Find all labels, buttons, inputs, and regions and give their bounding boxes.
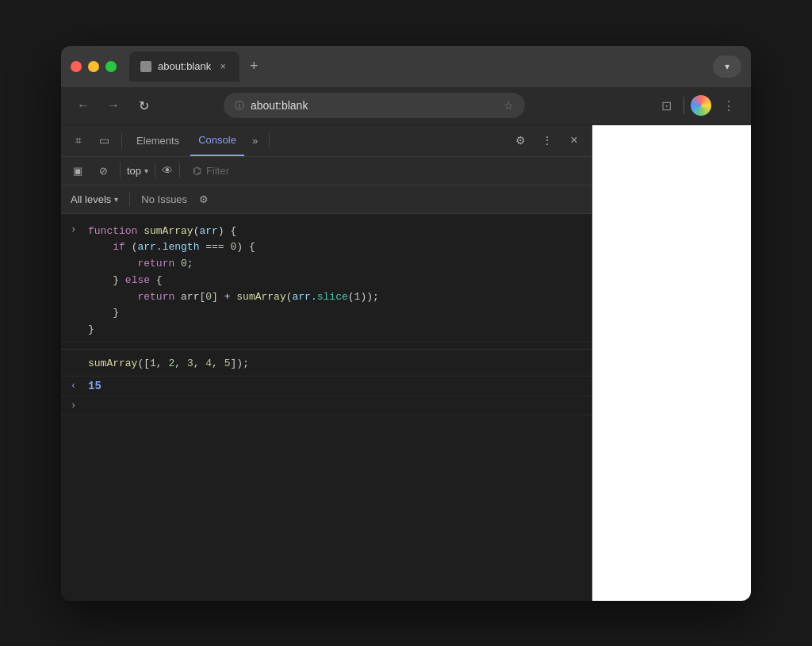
filter-label: Filter <box>206 165 229 177</box>
context-selector[interactable]: top ▾ <box>127 165 148 177</box>
code-arg-1: 1 <box>150 357 156 369</box>
gear-icon: ⚙ <box>515 134 526 147</box>
more-tabs-button[interactable]: » <box>247 132 262 150</box>
console-levels-bar: All levels ▾ No Issues ⚙ <box>61 185 592 214</box>
console-entry-function: › function sumArray(arr) { if (arr.lengt… <box>61 220 592 343</box>
code-brace-close-2: } <box>88 323 94 335</box>
filter-input-area[interactable]: ⌬ Filter <box>186 165 585 177</box>
code-slice-method: slice <box>317 291 348 303</box>
code-function-name: sumArray <box>144 225 193 237</box>
nav-divider <box>684 97 684 114</box>
devtools-right-buttons: ⚙ ⋮ × <box>509 129 585 151</box>
console-toolbar-divider <box>120 163 121 178</box>
code-block-function: function sumArray(arr) { if (arr.length … <box>88 224 582 339</box>
address-bar[interactable]: ⓘ about:blank ☆ <box>224 93 525 118</box>
devtools-close-button[interactable]: × <box>563 129 585 151</box>
code-semi-1: ; <box>187 258 193 269</box>
code-kw-if: if <box>113 241 131 253</box>
code-brace-else-1: } <box>113 274 125 286</box>
code-if-close: ) { <box>236 241 255 253</box>
log-level-selector[interactable]: All levels ▾ <box>71 193 118 205</box>
code-slice-args: ( <box>348 291 354 303</box>
code-paren-close: ) { <box>218 225 236 237</box>
tab-elements[interactable]: Elements <box>128 125 187 156</box>
code-zero-2: 0 <box>205 291 212 303</box>
tab-title: about:blank <box>158 60 211 72</box>
code-arr0: arr[ <box>181 291 205 303</box>
tab-console[interactable]: Console <box>190 125 244 156</box>
extensions-icon: ⊡ <box>661 98 672 113</box>
no-issues-label: No Issues <box>141 193 187 205</box>
title-bar: about:blank × + ▾ <box>61 46 751 87</box>
clear-icon: ⊘ <box>99 165 108 177</box>
maximize-window-button[interactable] <box>105 61 117 72</box>
nav-bar: ← → ↻ ⓘ about:blank ☆ ⊡ ⋮ <box>61 87 751 125</box>
console-entry-prompt[interactable]: › <box>61 396 592 415</box>
minimize-window-button[interactable] <box>88 61 99 72</box>
main-content: ⌗ ▭ Elements Console » ⚙ <box>61 125 751 601</box>
code-operator: === <box>199 241 230 253</box>
reload-icon: ↻ <box>139 98 149 113</box>
toolbar-divider-2 <box>269 132 270 148</box>
console-gear-icon: ⚙ <box>199 193 209 205</box>
console-settings-button[interactable]: ⚙ <box>195 190 213 208</box>
active-tab[interactable]: about:blank × <box>129 52 239 82</box>
device-toolbar-button[interactable]: ▭ <box>93 129 115 151</box>
forward-button[interactable]: → <box>102 94 124 117</box>
sidebar-icon: ▣ <box>73 165 82 177</box>
close-window-button[interactable] <box>71 61 82 72</box>
prompt-arrow-icon: › <box>71 400 82 411</box>
log-level-label: All levels <box>71 193 111 205</box>
reload-button[interactable]: ↻ <box>132 94 155 117</box>
code-arg-3: 3 <box>187 357 193 369</box>
console-entry-result: ‹ 15 <box>61 377 592 396</box>
traffic-lights <box>71 61 117 72</box>
cursor-icon: ⌗ <box>75 134 82 147</box>
tab-close-button[interactable]: × <box>217 61 228 72</box>
filter-icon: ⌬ <box>193 165 201 177</box>
device-icon: ▭ <box>99 134 109 147</box>
console-tab-label: Console <box>198 134 236 146</box>
elements-tab-label: Elements <box>136 135 179 147</box>
expand-icon[interactable]: › <box>71 224 82 235</box>
chevron-down-icon: ▾ <box>725 61 730 72</box>
extensions-button[interactable]: ⊡ <box>655 94 677 117</box>
back-button[interactable]: ← <box>72 94 94 117</box>
code-arg-4: 4 <box>205 357 212 369</box>
live-expressions-button[interactable]: 👁 <box>162 164 173 177</box>
console-toolbar-divider-3 <box>179 163 180 178</box>
close-icon: × <box>570 133 577 147</box>
console-sidebar-button[interactable]: ▣ <box>67 160 88 181</box>
context-dropdown-icon: ▾ <box>144 166 148 175</box>
console-clear-button[interactable]: ⊘ <box>93 160 113 181</box>
devtools-more-button[interactable]: ⋮ <box>536 129 558 151</box>
code-kw-return-2: return <box>137 291 181 303</box>
menu-button[interactable]: ⋮ <box>718 94 740 117</box>
forward-icon: → <box>107 98 120 113</box>
code-comma-4: , <box>212 357 224 369</box>
browser-dropdown-button[interactable]: ▾ <box>713 55 741 78</box>
browser-window: about:blank × + ▾ ← → ↻ ⓘ about:blank ☆ … <box>61 46 751 601</box>
code-call-close: )); <box>360 291 378 303</box>
code-keyword-function: function <box>88 225 144 237</box>
code-arr-length: arr.length <box>137 241 199 253</box>
element-selector-button[interactable]: ⌗ <box>67 129 90 151</box>
code-call-args-close: ]); <box>231 357 249 369</box>
tab-area: about:blank × + <box>129 52 707 82</box>
code-return-zero: 0 <box>181 258 187 269</box>
url-display: about:blank <box>251 99 497 112</box>
page-content-area <box>592 125 751 601</box>
devtools-toolbar: ⌗ ▭ Elements Console » ⚙ <box>61 125 592 157</box>
log-level-dropdown-icon: ▾ <box>114 195 118 204</box>
eye-icon: 👁 <box>162 164 173 177</box>
info-icon: ⓘ <box>235 99 244 113</box>
code-call-function-name: sumArray <box>88 357 137 369</box>
code-arg-5: 5 <box>224 357 231 369</box>
console-result-value: 15 <box>88 380 102 392</box>
new-tab-button[interactable]: + <box>243 55 265 78</box>
avatar[interactable] <box>691 95 711 116</box>
more-icon: ⋮ <box>722 98 735 113</box>
devtools-settings-button[interactable]: ⚙ <box>509 129 531 151</box>
code-call-args-open: ([ <box>137 357 150 369</box>
code-comma-2: , <box>174 357 187 369</box>
